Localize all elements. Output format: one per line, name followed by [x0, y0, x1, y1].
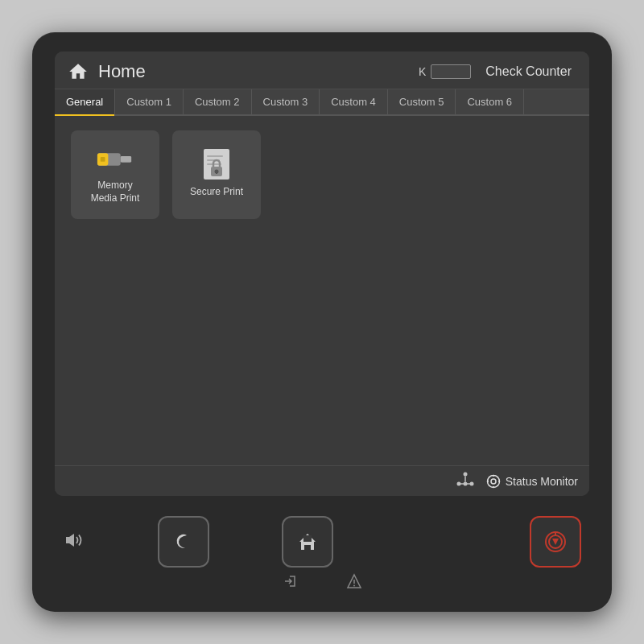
- tab-custom6[interactable]: Custom 6: [456, 89, 524, 114]
- svg-rect-29: [303, 535, 312, 542]
- tab-custom1[interactable]: Custom 1: [115, 89, 184, 114]
- secure-print-icon: [197, 151, 236, 180]
- screen-content: MemoryMedia Print: [55, 116, 589, 465]
- svg-marker-28: [66, 534, 74, 547]
- svg-marker-33: [552, 539, 559, 545]
- device-frame: Home K Check Counter General Custom 1 Cu…: [32, 32, 612, 612]
- tab-custom5[interactable]: Custom 5: [388, 89, 456, 114]
- screen-statusbar: Status Monitor: [55, 465, 589, 496]
- svg-line-27: [489, 485, 489, 485]
- secure-print-label: Secure Print: [190, 186, 243, 199]
- stop-button[interactable]: [530, 516, 581, 568]
- page-title: Home: [98, 61, 411, 82]
- sleep-button[interactable]: [158, 516, 209, 568]
- tab-custom2[interactable]: Custom 2: [184, 89, 252, 114]
- svg-rect-3: [101, 157, 105, 162]
- memory-media-print-tile[interactable]: MemoryMedia Print: [71, 130, 159, 219]
- screen-header: Home K Check Counter: [55, 52, 589, 89]
- svg-point-19: [491, 479, 496, 484]
- k-indicator: K: [419, 64, 471, 79]
- network-icon: [456, 471, 475, 491]
- usb-icon: [96, 144, 134, 173]
- tab-general[interactable]: General: [55, 89, 115, 114]
- memory-media-print-label: MemoryMedia Print: [91, 180, 140, 204]
- svg-line-24: [489, 477, 489, 477]
- svg-rect-10: [216, 171, 217, 174]
- tab-custom3[interactable]: Custom 3: [252, 89, 320, 114]
- svg-point-36: [353, 585, 355, 587]
- svg-line-25: [497, 485, 498, 485]
- bottom-bar: [55, 504, 589, 576]
- svg-line-26: [497, 477, 498, 477]
- svg-rect-5: [207, 155, 223, 157]
- status-monitor-label: Status Monitor: [506, 475, 578, 488]
- home-icon: [66, 60, 90, 84]
- home-hardware-button[interactable]: [282, 516, 333, 568]
- tabs-bar: General Custom 1 Custom 2 Custom 3 Custo…: [55, 89, 589, 116]
- volume-icon[interactable]: [63, 530, 85, 554]
- screen: Home K Check Counter General Custom 1 Cu…: [55, 52, 589, 496]
- svg-point-11: [463, 473, 467, 477]
- k-value-box: [431, 64, 471, 79]
- check-counter-button[interactable]: Check Counter: [479, 61, 578, 82]
- status-monitor-button[interactable]: Status Monitor: [486, 474, 578, 489]
- svg-rect-1: [121, 157, 131, 163]
- secure-print-tile[interactable]: Secure Print: [172, 130, 261, 219]
- k-label: K: [419, 65, 426, 78]
- tab-custom4[interactable]: Custom 4: [320, 89, 388, 114]
